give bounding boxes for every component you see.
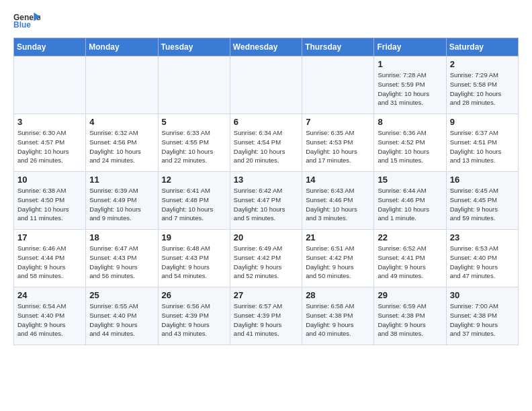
day-info: Sunrise: 6:36 AM Sunset: 4:52 PM Dayligh… bbox=[378, 128, 442, 165]
week-row-4: 24Sunrise: 6:54 AM Sunset: 4:40 PM Dayli… bbox=[14, 287, 519, 345]
calendar-cell: 14Sunrise: 6:43 AM Sunset: 4:46 PM Dayli… bbox=[302, 172, 374, 230]
logo: General Blue bbox=[13, 11, 40, 31]
col-header-thursday: Thursday bbox=[302, 38, 374, 56]
day-number: 1 bbox=[378, 59, 442, 69]
day-info: Sunrise: 6:33 AM Sunset: 4:55 PM Dayligh… bbox=[162, 128, 226, 165]
week-row-1: 3Sunrise: 6:30 AM Sunset: 4:57 PM Daylig… bbox=[14, 114, 519, 172]
calendar-cell: 13Sunrise: 6:42 AM Sunset: 4:47 PM Dayli… bbox=[230, 172, 302, 230]
calendar-cell: 19Sunrise: 6:48 AM Sunset: 4:43 PM Dayli… bbox=[158, 230, 230, 287]
col-header-friday: Friday bbox=[374, 38, 446, 56]
col-header-wednesday: Wednesday bbox=[230, 38, 302, 56]
day-number: 15 bbox=[378, 175, 442, 185]
day-number: 6 bbox=[234, 117, 298, 127]
logo-icon: General Blue bbox=[13, 11, 40, 31]
day-info: Sunrise: 6:37 AM Sunset: 4:51 PM Dayligh… bbox=[450, 128, 515, 165]
day-number: 16 bbox=[450, 175, 515, 185]
calendar-cell bbox=[302, 56, 374, 114]
day-info: Sunrise: 6:53 AM Sunset: 4:40 PM Dayligh… bbox=[450, 244, 515, 281]
week-row-0: 1Sunrise: 7:28 AM Sunset: 5:59 PM Daylig… bbox=[14, 56, 519, 114]
calendar-cell: 12Sunrise: 6:41 AM Sunset: 4:48 PM Dayli… bbox=[158, 172, 230, 230]
day-number: 23 bbox=[450, 232, 515, 242]
day-info: Sunrise: 6:58 AM Sunset: 4:38 PM Dayligh… bbox=[306, 302, 370, 338]
day-info: Sunrise: 6:41 AM Sunset: 4:48 PM Dayligh… bbox=[162, 186, 226, 223]
col-header-saturday: Saturday bbox=[446, 38, 518, 56]
col-header-monday: Monday bbox=[86, 38, 158, 56]
calendar-cell: 10Sunrise: 6:38 AM Sunset: 4:50 PM Dayli… bbox=[14, 172, 86, 230]
calendar-cell: 16Sunrise: 6:45 AM Sunset: 4:45 PM Dayli… bbox=[446, 172, 518, 230]
col-header-tuesday: Tuesday bbox=[158, 38, 230, 56]
day-number: 13 bbox=[234, 175, 298, 185]
calendar-cell: 9Sunrise: 6:37 AM Sunset: 4:51 PM Daylig… bbox=[446, 114, 518, 172]
day-number: 2 bbox=[450, 59, 515, 69]
calendar-cell: 1Sunrise: 7:28 AM Sunset: 5:59 PM Daylig… bbox=[374, 56, 446, 114]
day-number: 25 bbox=[89, 290, 154, 300]
day-number: 17 bbox=[17, 232, 82, 242]
day-info: Sunrise: 6:34 AM Sunset: 4:54 PM Dayligh… bbox=[234, 128, 298, 165]
calendar-cell: 29Sunrise: 6:59 AM Sunset: 4:38 PM Dayli… bbox=[374, 287, 446, 345]
day-number: 24 bbox=[17, 290, 82, 300]
day-info: Sunrise: 6:45 AM Sunset: 4:45 PM Dayligh… bbox=[450, 186, 515, 223]
day-info: Sunrise: 6:46 AM Sunset: 4:44 PM Dayligh… bbox=[17, 244, 82, 281]
calendar-cell: 6Sunrise: 6:34 AM Sunset: 4:54 PM Daylig… bbox=[230, 114, 302, 172]
svg-text:Blue: Blue bbox=[13, 20, 31, 30]
day-number: 12 bbox=[162, 175, 226, 185]
day-number: 9 bbox=[450, 117, 515, 127]
day-number: 26 bbox=[162, 290, 226, 300]
day-number: 14 bbox=[306, 175, 370, 185]
calendar-cell: 21Sunrise: 6:51 AM Sunset: 4:42 PM Dayli… bbox=[302, 230, 374, 287]
calendar-cell: 20Sunrise: 6:49 AM Sunset: 4:42 PM Dayli… bbox=[230, 230, 302, 287]
day-info: Sunrise: 6:38 AM Sunset: 4:50 PM Dayligh… bbox=[17, 186, 82, 223]
day-number: 19 bbox=[162, 232, 226, 242]
calendar-cell: 23Sunrise: 6:53 AM Sunset: 4:40 PM Dayli… bbox=[446, 230, 518, 287]
day-info: Sunrise: 6:44 AM Sunset: 4:46 PM Dayligh… bbox=[378, 186, 442, 223]
day-number: 22 bbox=[378, 232, 442, 242]
day-info: Sunrise: 7:28 AM Sunset: 5:59 PM Dayligh… bbox=[378, 71, 442, 107]
day-number: 27 bbox=[234, 290, 298, 300]
day-info: Sunrise: 6:32 AM Sunset: 4:56 PM Dayligh… bbox=[89, 128, 154, 165]
calendar-cell: 26Sunrise: 6:56 AM Sunset: 4:39 PM Dayli… bbox=[158, 287, 230, 345]
calendar-cell: 11Sunrise: 6:39 AM Sunset: 4:49 PM Dayli… bbox=[86, 172, 158, 230]
col-header-sunday: Sunday bbox=[14, 38, 86, 56]
calendar-cell: 3Sunrise: 6:30 AM Sunset: 4:57 PM Daylig… bbox=[14, 114, 86, 172]
calendar-cell bbox=[230, 56, 302, 114]
calendar-table: SundayMondayTuesdayWednesdayThursdayFrid… bbox=[13, 38, 519, 345]
calendar-cell: 2Sunrise: 7:29 AM Sunset: 5:58 PM Daylig… bbox=[446, 56, 518, 114]
calendar-cell: 7Sunrise: 6:35 AM Sunset: 4:53 PM Daylig… bbox=[302, 114, 374, 172]
day-number: 8 bbox=[378, 117, 442, 127]
day-number: 11 bbox=[89, 175, 154, 185]
day-info: Sunrise: 6:42 AM Sunset: 4:47 PM Dayligh… bbox=[234, 186, 298, 223]
day-info: Sunrise: 6:52 AM Sunset: 4:41 PM Dayligh… bbox=[378, 244, 442, 281]
calendar-cell: 17Sunrise: 6:46 AM Sunset: 4:44 PM Dayli… bbox=[14, 230, 86, 287]
day-info: Sunrise: 6:30 AM Sunset: 4:57 PM Dayligh… bbox=[17, 128, 82, 165]
calendar-cell: 30Sunrise: 7:00 AM Sunset: 4:38 PM Dayli… bbox=[446, 287, 518, 345]
calendar-cell: 28Sunrise: 6:58 AM Sunset: 4:38 PM Dayli… bbox=[302, 287, 374, 345]
day-number: 10 bbox=[17, 175, 82, 185]
day-info: Sunrise: 6:54 AM Sunset: 4:40 PM Dayligh… bbox=[17, 302, 82, 338]
day-number: 20 bbox=[234, 232, 298, 242]
calendar-cell: 25Sunrise: 6:55 AM Sunset: 4:40 PM Dayli… bbox=[86, 287, 158, 345]
calendar-cell bbox=[86, 56, 158, 114]
day-info: Sunrise: 6:49 AM Sunset: 4:42 PM Dayligh… bbox=[234, 244, 298, 281]
day-number: 7 bbox=[306, 117, 370, 127]
day-info: Sunrise: 6:35 AM Sunset: 4:53 PM Dayligh… bbox=[306, 128, 370, 165]
header: General Blue bbox=[13, 11, 519, 31]
day-info: Sunrise: 6:51 AM Sunset: 4:42 PM Dayligh… bbox=[306, 244, 370, 281]
day-number: 30 bbox=[450, 290, 515, 300]
day-number: 18 bbox=[89, 232, 154, 242]
calendar-cell: 24Sunrise: 6:54 AM Sunset: 4:40 PM Dayli… bbox=[14, 287, 86, 345]
day-info: Sunrise: 7:00 AM Sunset: 4:38 PM Dayligh… bbox=[450, 302, 515, 338]
calendar-cell: 22Sunrise: 6:52 AM Sunset: 4:41 PM Dayli… bbox=[374, 230, 446, 287]
day-number: 5 bbox=[162, 117, 226, 127]
day-info: Sunrise: 6:39 AM Sunset: 4:49 PM Dayligh… bbox=[89, 186, 154, 223]
calendar-cell bbox=[14, 56, 86, 114]
day-number: 28 bbox=[306, 290, 370, 300]
day-info: Sunrise: 6:56 AM Sunset: 4:39 PM Dayligh… bbox=[162, 302, 226, 338]
calendar-cell bbox=[158, 56, 230, 114]
day-info: Sunrise: 7:29 AM Sunset: 5:58 PM Dayligh… bbox=[450, 71, 515, 107]
day-info: Sunrise: 6:43 AM Sunset: 4:46 PM Dayligh… bbox=[306, 186, 370, 223]
day-number: 3 bbox=[17, 117, 82, 127]
week-row-3: 17Sunrise: 6:46 AM Sunset: 4:44 PM Dayli… bbox=[14, 230, 519, 287]
calendar-cell: 15Sunrise: 6:44 AM Sunset: 4:46 PM Dayli… bbox=[374, 172, 446, 230]
day-info: Sunrise: 6:48 AM Sunset: 4:43 PM Dayligh… bbox=[162, 244, 226, 281]
day-number: 21 bbox=[306, 232, 370, 242]
